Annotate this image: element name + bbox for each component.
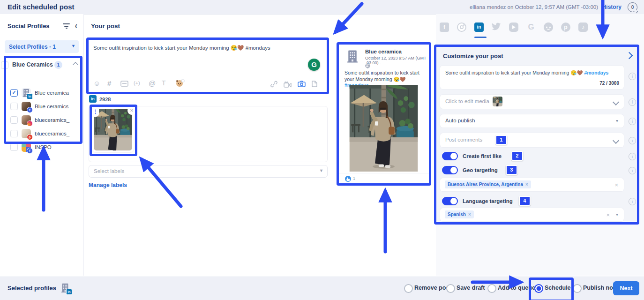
- radio-label-remove-post[interactable]: Remove post: [414, 285, 451, 291]
- network-tab-instagram[interactable]: [457, 22, 467, 33]
- customize-post-text-field[interactable]: Some outfit inspiration to kick start yo…: [440, 66, 624, 89]
- info-icon[interactable]: i: [629, 137, 636, 144]
- clear-field-icon[interactable]: ×: [614, 181, 618, 188]
- link-icon[interactable]: [270, 81, 277, 89]
- network-tab-twitter[interactable]: [492, 22, 502, 33]
- profile-checkbox[interactable]: [10, 103, 18, 110]
- document-icon[interactable]: [312, 81, 317, 89]
- geo-targeting-tags-field[interactable]: Buenos Aires Province, Argentina× ×: [440, 178, 624, 191]
- bee-assistant-icon[interactable]: [176, 79, 185, 89]
- create-first-like-toggle[interactable]: [442, 152, 458, 160]
- language-targeting-tags-field[interactable]: Spanish× × ▾: [440, 208, 624, 221]
- text-format-icon[interactable]: T: [162, 79, 166, 87]
- history-count-icon[interactable]: 0: [628, 2, 637, 12]
- language-targeting-toggle[interactable]: [442, 197, 458, 205]
- facebook-icon: f: [440, 22, 449, 32]
- caret-down-icon: ▾: [616, 118, 618, 123]
- preview-profile-name: Blue ceramica: [365, 49, 402, 54]
- facebook-profile-avatar: f: [22, 142, 31, 152]
- google-icon: G: [526, 22, 536, 32]
- profile-row-blueceramics-instagram[interactable]: blueceramics_: [0, 114, 83, 127]
- network-tab-reddit[interactable]: [544, 22, 554, 33]
- profile-name: Blue ceramica: [35, 90, 69, 96]
- clear-field-icon[interactable]: ×: [606, 211, 610, 218]
- select-profiles-dropdown[interactable]: Select Profiles - 1 ▾: [5, 40, 79, 53]
- info-icon[interactable]: i: [629, 198, 636, 205]
- post-comments-row[interactable]: Post comments 1: [440, 133, 624, 147]
- geo-targeting-toggle[interactable]: [442, 166, 458, 174]
- spacer: i: [629, 181, 636, 189]
- radio-remove-post[interactable]: [404, 284, 413, 293]
- select-labels-dropdown[interactable]: Select labels ▾: [89, 165, 328, 178]
- edit-media-row[interactable]: Click to edit media: [440, 95, 624, 109]
- profile-row-blue-ceramics[interactable]: f Blue ceramics: [0, 100, 83, 113]
- profile-checkbox[interactable]: ✓: [10, 89, 18, 97]
- linkedin-badge-icon: in: [89, 95, 97, 103]
- hashtag-icon[interactable]: #: [107, 79, 111, 87]
- select-labels-placeholder: Select labels: [94, 168, 124, 174]
- chevron-down-icon: [613, 137, 619, 144]
- radio-label-save-draft[interactable]: Save draft: [457, 285, 485, 291]
- language-targeting-label: Language targeting: [463, 198, 513, 204]
- radio-save-draft[interactable]: [446, 284, 455, 293]
- radio-schedule-selected[interactable]: [534, 284, 543, 293]
- media-mini-thumbnail: [493, 97, 502, 106]
- profile-checkbox[interactable]: [10, 130, 18, 137]
- group-checkbox[interactable]: [1, 61, 8, 69]
- profile-checkbox[interactable]: [10, 116, 18, 124]
- emoji-picker-icon[interactable]: ☺: [93, 79, 100, 87]
- editor-toolbar: ☺ # (+) @ T: [93, 79, 262, 89]
- camera-icon[interactable]: [298, 81, 306, 89]
- radio-label-add-to-queue[interactable]: Add to queue: [498, 285, 535, 291]
- post-text-editor[interactable]: Some outfit inspiration to kick start yo…: [89, 40, 327, 92]
- linkedin-icon: in: [474, 22, 484, 32]
- profile-row-inspo[interactable]: f INSPO: [0, 141, 83, 154]
- manage-labels-link[interactable]: Manage labels: [89, 182, 127, 188]
- caret-down-icon: ▾: [320, 168, 322, 173]
- geo-targeting-label: Geo targeting: [463, 167, 498, 173]
- remove-media-icon[interactable]: ×: [127, 106, 136, 115]
- info-icon[interactable]: i: [629, 118, 636, 125]
- network-tab-facebook[interactable]: f: [440, 22, 450, 33]
- remove-tag-icon[interactable]: ×: [468, 212, 471, 217]
- collapse-sidebar-icon[interactable]: ‹: [75, 20, 77, 30]
- network-tab-google[interactable]: G: [526, 22, 537, 33]
- linkedin-badge-icon: in: [66, 289, 72, 295]
- info-icon[interactable]: i: [629, 73, 636, 80]
- grammarly-icon[interactable]: G: [308, 59, 320, 71]
- editor-media-toolbar: [270, 80, 322, 90]
- video-icon[interactable]: [284, 81, 292, 89]
- media-thumbnail-card[interactable]: ⋮ ×: [92, 107, 134, 152]
- profile-checkbox[interactable]: [10, 143, 18, 151]
- network-tab-tiktok[interactable]: ♪: [578, 22, 589, 33]
- radio-publish-now[interactable]: [573, 284, 582, 293]
- variable-icon[interactable]: (+): [134, 80, 140, 86]
- history-link[interactable]: History: [602, 4, 622, 10]
- network-tab-linkedin-active[interactable]: in: [474, 22, 485, 33]
- company-building-icon: [345, 49, 359, 63]
- radio-label-schedule[interactable]: Schedule: [545, 285, 571, 291]
- network-tab-youtube[interactable]: [509, 22, 519, 33]
- info-icon[interactable]: i: [629, 98, 636, 106]
- media-thumbnail-image[interactable]: [94, 109, 132, 150]
- chevron-right-icon[interactable]: [626, 52, 633, 60]
- profile-row-blue-ceramica[interactable]: ✓ in Blue ceramica: [0, 87, 83, 100]
- next-button[interactable]: Next: [613, 281, 639, 295]
- filter-icon[interactable]: [63, 23, 70, 29]
- radio-add-to-queue[interactable]: [487, 284, 496, 293]
- post-text[interactable]: Some outfit inspiration to kick start yo…: [93, 45, 318, 52]
- profile-row-blueceramics-pinterest[interactable]: p blueceramics_: [0, 128, 83, 141]
- chevron-up-icon[interactable]: [73, 62, 78, 68]
- image-placeholder-icon[interactable]: [120, 80, 128, 88]
- info-icon[interactable]: i: [629, 153, 636, 160]
- mention-icon[interactable]: @: [149, 79, 156, 87]
- media-options-kebab-icon[interactable]: ⋮: [92, 107, 99, 117]
- hashtag-text: #mondays: [584, 70, 608, 75]
- instagram-badge-icon: [27, 120, 33, 127]
- radio-label-publish-now[interactable]: Publish now: [583, 285, 618, 291]
- pinterest-badge-icon: p: [27, 134, 33, 140]
- info-icon[interactable]: i: [629, 167, 636, 174]
- auto-publish-dropdown[interactable]: Auto publish ▾: [440, 114, 624, 128]
- remove-tag-icon[interactable]: ×: [525, 182, 528, 187]
- network-tab-pinterest[interactable]: p: [561, 22, 571, 33]
